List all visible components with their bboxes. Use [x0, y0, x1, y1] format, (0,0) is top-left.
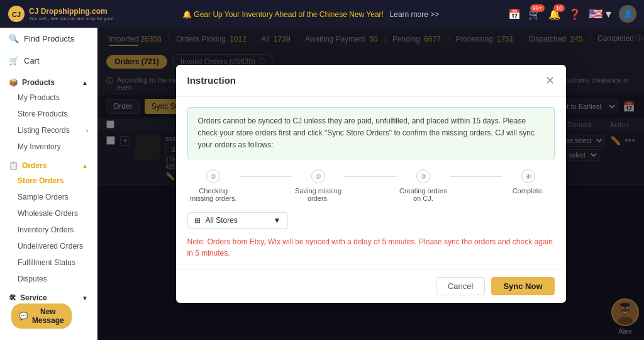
instruction-modal: Instruction ✕ Orders cannot be synced to…: [176, 65, 566, 303]
step-2: ② Saving missing orders.: [292, 169, 344, 202]
calendar-icon[interactable]: 📅: [508, 8, 521, 20]
store-grid-icon: ⊞: [194, 216, 201, 225]
modal-header: Instruction ✕: [176, 65, 566, 97]
find-products-icon: 🔍: [9, 34, 19, 43]
message-icon: 💬: [19, 312, 28, 320]
store-selector-row: ⊞ All Stores ▼: [187, 212, 555, 229]
sidebar-item-store-products[interactable]: Store Products: [0, 106, 97, 122]
step-4-circle: ④: [521, 169, 535, 183]
step-4-label: Complete.: [513, 187, 544, 195]
svg-text:CJ: CJ: [12, 11, 21, 18]
sidebar-item-my-products[interactable]: My Products: [0, 89, 97, 106]
language-flag[interactable]: 🇺🇸 ▾: [589, 7, 611, 21]
sidebar-item-inventory-orders[interactable]: Inventory Orders: [0, 222, 97, 238]
products-icon: 📦: [9, 78, 18, 87]
step-line-1: [240, 176, 292, 177]
step-2-label: Saving missing orders.: [292, 187, 344, 202]
sidebar-item-sample-orders[interactable]: Sample Orders: [0, 189, 97, 205]
modal-overlay: Instruction ✕ Orders cannot be synced to…: [97, 28, 644, 340]
modal-title: Instruction: [187, 75, 236, 86]
main-content: Imported26356 | Orders Picking 1012 | Al…: [97, 28, 644, 340]
sidebar-item-store-orders[interactable]: Store Orders: [0, 173, 97, 189]
sidebar-section-products[interactable]: 📦 Products ▲: [0, 72, 97, 89]
sidebar-section-service[interactable]: 🛠 Service ▼: [0, 287, 97, 305]
sync-now-button[interactable]: Sync Now: [491, 277, 554, 295]
orders-chevron: ▲: [82, 162, 88, 169]
sidebar-item-disputes[interactable]: Disputes: [0, 271, 97, 287]
modal-close-button[interactable]: ✕: [545, 74, 555, 88]
store-dropdown-label: All Stores: [206, 216, 238, 225]
instruction-text: Orders cannot be synced to CJ unless the…: [198, 116, 535, 149]
step-1-label: Checking missing orders.: [187, 187, 240, 202]
step-2-circle: ②: [311, 169, 325, 183]
learn-more-link[interactable]: Learn more >>: [390, 10, 440, 19]
store-dropdown[interactable]: ⊞ All Stores ▼: [187, 212, 288, 229]
sidebar-section-orders[interactable]: 📋 Orders ▲: [0, 155, 97, 173]
new-message-button[interactable]: 💬 New Message: [11, 303, 72, 329]
user-avatar[interactable]: 👤: [619, 5, 636, 23]
sidebar: 🔍 Find Products 🛒 Cart 📦 Products ▲ My P…: [0, 28, 97, 340]
step-3: ③ Creating orders on CJ.: [397, 169, 449, 202]
logo-text: CJ Dropshipping.com: [29, 7, 113, 16]
top-navbar: CJ CJ Dropshipping.com You sell - We sou…: [0, 0, 644, 28]
note-text: Note: Orders from Etsy, Wix will be sync…: [187, 236, 555, 259]
service-chevron: ▼: [82, 295, 88, 302]
sidebar-item-wholesale-orders[interactable]: Wholesale Orders: [0, 205, 97, 222]
sidebar-item-cart[interactable]: 🛒 Cart: [0, 50, 97, 72]
products-chevron: ▲: [82, 79, 88, 86]
sidebar-item-undelivered-orders[interactable]: Undelivered Orders: [0, 238, 97, 254]
step-3-circle: ③: [416, 169, 430, 183]
sidebar-item-listing-records[interactable]: Listing Records ›: [0, 122, 97, 139]
sidebar-item-fulfillment-status[interactable]: Fulfillment Status: [0, 254, 97, 271]
cart-badge: 99+: [530, 4, 545, 12]
modal-body: Orders cannot be synced to CJ unless the…: [176, 97, 566, 269]
step-4: ④ Complete.: [502, 169, 554, 195]
cancel-button[interactable]: Cancel: [436, 277, 485, 295]
step-line-2: [345, 176, 397, 177]
step-1: ① Checking missing orders.: [187, 169, 240, 202]
step-1-circle: ①: [206, 169, 220, 183]
modal-footer: Cancel Sync Now: [176, 269, 566, 303]
sidebar-item-find-products[interactable]: 🔍 Find Products: [0, 28, 97, 50]
cart-sidebar-icon: 🛒: [9, 56, 19, 65]
logo-sub: You sell - We source and ship for you!: [29, 16, 113, 21]
step-3-label: Creating orders on CJ.: [397, 187, 449, 202]
orders-icon: 📋: [9, 161, 18, 170]
sidebar-item-my-inventory[interactable]: My Inventory: [0, 139, 97, 155]
announcement-text: 🔔 Gear Up Your Inventory Ahead of the Ch…: [182, 10, 384, 19]
listing-chevron: ›: [86, 127, 88, 134]
instruction-text-box: Orders cannot be synced to CJ unless the…: [187, 107, 555, 160]
help-icon[interactable]: ❓: [569, 8, 581, 20]
cj-logo-icon: CJ: [8, 5, 25, 23]
logo-area: CJ CJ Dropshipping.com You sell - We sou…: [8, 5, 113, 23]
steps-row: ① Checking missing orders. ② Saving miss…: [187, 169, 555, 202]
step-line-3: [450, 176, 502, 177]
service-icon: 🛠: [9, 293, 16, 302]
notification-icon[interactable]: 🔔10: [548, 8, 561, 20]
notification-badge: 10: [553, 4, 565, 12]
store-dropdown-chevron: ▼: [274, 216, 281, 225]
cart-icon[interactable]: 🛒99+: [528, 8, 541, 20]
